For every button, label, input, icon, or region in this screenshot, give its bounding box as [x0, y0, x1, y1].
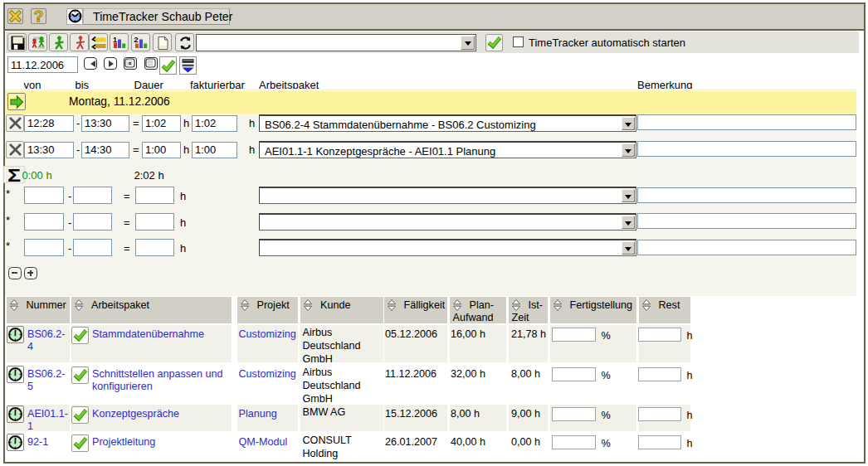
svg-text:2: 2 [134, 36, 138, 44]
